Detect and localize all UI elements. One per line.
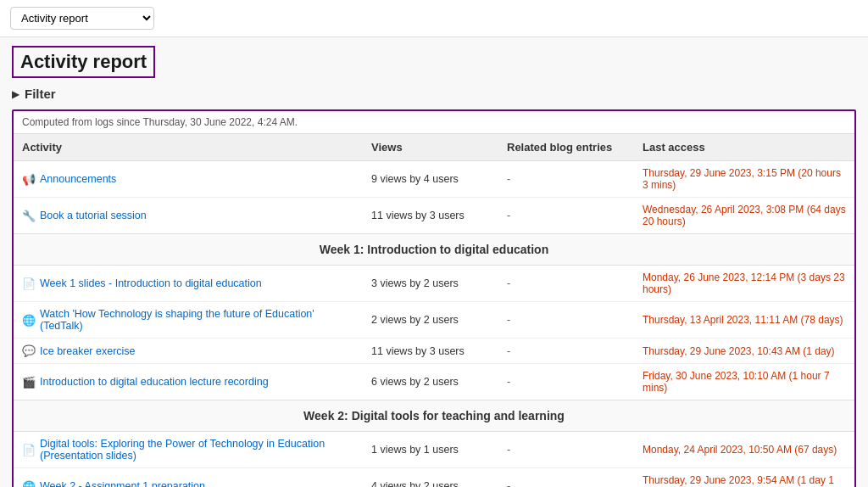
page-content: Activity report ▶ Filter Computed from l…	[0, 37, 868, 487]
table-row: 📄Digital tools: Exploring the Power of T…	[14, 432, 854, 468]
globe-icon: 🌐	[22, 480, 36, 488]
views-cell: 1 views by 1 users	[363, 432, 498, 468]
views-cell: 9 views by 4 users	[363, 161, 498, 198]
globe-icon: 🌐	[22, 314, 36, 327]
activity-name: Week 1 slides - Introduction to digital …	[40, 277, 262, 289]
table-row: 📢Announcements9 views by 4 users-Thursda…	[14, 161, 854, 198]
views-cell: 11 views by 3 users	[363, 339, 498, 364]
activity-name: Introduction to digital education lectur…	[40, 376, 269, 388]
access-cell: Wednesday, 26 April 2023, 3:08 PM (64 da…	[634, 198, 854, 234]
access-cell: Thursday, 13 April 2023, 11:11 AM (78 da…	[634, 302, 854, 339]
section-header-row: Week 1: Introduction to digital educatio…	[14, 234, 854, 266]
announcements-icon: 📢	[22, 173, 36, 186]
report-container: Computed from logs since Thursday, 30 Ju…	[12, 109, 856, 487]
blog-cell: -	[498, 266, 634, 302]
blog-cell: -	[498, 198, 634, 234]
activity-cell: 💬Ice breaker exercise	[14, 339, 363, 364]
views-cell: 11 views by 3 users	[363, 198, 498, 234]
section-label: Week 1: Introduction to digital educatio…	[14, 234, 854, 266]
activity-link[interactable]: 🌐Watch 'How Technology is shaping the fu…	[22, 308, 354, 332]
chat-icon: 💬	[22, 344, 36, 357]
document-icon: 📄	[22, 277, 36, 290]
activity-cell: 📄Digital tools: Exploring the Power of T…	[14, 432, 363, 468]
blog-cell: -	[498, 161, 634, 198]
activity-cell: 🎬Introduction to digital education lectu…	[14, 364, 363, 400]
filter-label: Filter	[25, 87, 56, 101]
table-row: 🎬Introduction to digital education lectu…	[14, 364, 854, 400]
views-col-header: Views	[363, 134, 498, 161]
access-cell: Thursday, 29 June 2023, 3:15 PM (20 hour…	[634, 161, 854, 198]
activity-link[interactable]: 📄Digital tools: Exploring the Power of T…	[22, 438, 354, 462]
section-header-row: Week 2: Digital tools for teaching and l…	[14, 400, 854, 432]
activity-cell: 🌐Week 2 - Assignment 1 preparation	[14, 468, 363, 488]
table-row: 🌐Watch 'How Technology is shaping the fu…	[14, 302, 854, 339]
access-cell: Monday, 24 April 2023, 10:50 AM (67 days…	[634, 432, 854, 468]
views-cell: 6 views by 2 users	[363, 364, 498, 400]
activity-link[interactable]: 🔧Book a tutorial session	[22, 210, 354, 222]
table-row: 💬Ice breaker exercise11 views by 3 users…	[14, 339, 854, 364]
activity-link[interactable]: 📢Announcements	[22, 173, 354, 186]
activity-cell: 🔧Book a tutorial session	[14, 198, 363, 234]
top-bar: Activity reportCourse participationCompl…	[0, 0, 868, 37]
access-cell: Friday, 30 June 2023, 10:10 AM (1 hour 7…	[634, 364, 854, 400]
recording-icon: 🎬	[22, 376, 36, 389]
blog-cell: -	[498, 468, 634, 488]
views-cell: 2 views by 2 users	[363, 302, 498, 339]
blog-cell: -	[498, 339, 634, 364]
filter-arrow-icon: ▶	[12, 88, 19, 100]
activity-name: Digital tools: Exploring the Power of Te…	[40, 438, 354, 462]
access-cell: Thursday, 29 June 2023, 10:43 AM (1 day)	[634, 339, 854, 364]
activity-cell: 🌐Watch 'How Technology is shaping the fu…	[14, 302, 363, 339]
activity-name: Week 2 - Assignment 1 preparation	[40, 480, 205, 487]
blog-cell: -	[498, 364, 634, 400]
activity-link[interactable]: 🎬Introduction to digital education lectu…	[22, 376, 354, 389]
activity-link[interactable]: 📄Week 1 slides - Introduction to digital…	[22, 277, 354, 290]
document-icon: 📄	[22, 444, 36, 456]
table-row: 🔧Book a tutorial session11 views by 3 us…	[14, 198, 854, 234]
activity-link[interactable]: 🌐Week 2 - Assignment 1 preparation	[22, 480, 354, 488]
table-header-row: Activity Views Related blog entries Last…	[14, 134, 854, 161]
computed-note: Computed from logs since Thursday, 30 Ju…	[14, 111, 854, 134]
activity-name: Announcements	[40, 173, 116, 185]
activity-table: Activity Views Related blog entries Last…	[14, 134, 854, 487]
access-cell: Monday, 26 June 2023, 12:14 PM (3 days 2…	[634, 266, 854, 302]
table-row: 🌐Week 2 - Assignment 1 preparation4 view…	[14, 468, 854, 488]
access-col-header: Last access	[634, 134, 854, 161]
tutorial-icon: 🔧	[22, 210, 36, 222]
blog-cell: -	[498, 302, 634, 339]
report-type-select[interactable]: Activity reportCourse participationCompl…	[10, 7, 154, 30]
activity-col-header: Activity	[14, 134, 363, 161]
blog-col-header: Related blog entries	[498, 134, 634, 161]
activity-name: Watch 'How Technology is shaping the fut…	[40, 308, 354, 332]
page-title: Activity report	[12, 46, 155, 78]
activity-cell: 📄Week 1 slides - Introduction to digital…	[14, 266, 363, 302]
table-row: 📄Week 1 slides - Introduction to digital…	[14, 266, 854, 302]
activity-name: Ice breaker exercise	[40, 345, 136, 357]
views-cell: 4 views by 2 users	[363, 468, 498, 488]
access-cell: Thursday, 29 June 2023, 9:54 AM (1 day 1…	[634, 468, 854, 488]
views-cell: 3 views by 2 users	[363, 266, 498, 302]
blog-cell: -	[498, 432, 634, 468]
activity-cell: 📢Announcements	[14, 161, 363, 198]
section-label: Week 2: Digital tools for teaching and l…	[14, 400, 854, 432]
activity-name: Book a tutorial session	[40, 210, 147, 221]
filter-section[interactable]: ▶ Filter	[12, 87, 856, 101]
activity-link[interactable]: 💬Ice breaker exercise	[22, 344, 354, 357]
